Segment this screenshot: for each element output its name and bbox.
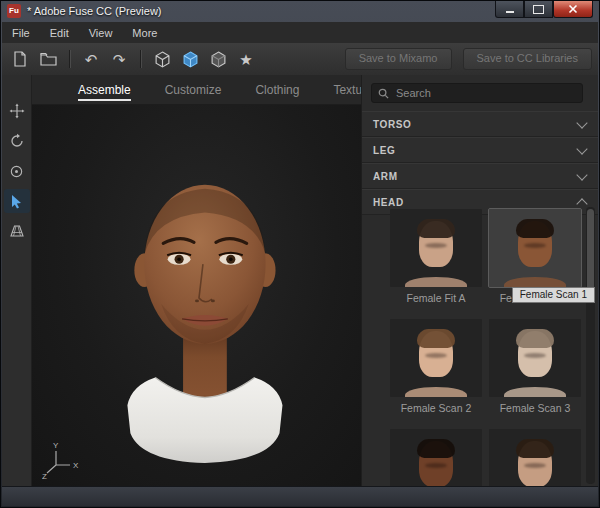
3d-viewport[interactable]: Y X Z [32, 105, 361, 487]
search-input[interactable] [394, 86, 576, 100]
app-window: Fu * Adobe Fuse CC (Preview) File Edit V… [0, 0, 600, 508]
window-title: * Adobe Fuse CC (Preview) [27, 5, 162, 17]
thumbnail-tooltip: Female Scan 1 [512, 287, 595, 303]
app-icon: Fu [7, 4, 21, 18]
tool-rail [2, 75, 32, 487]
cube-solid-icon [182, 51, 199, 68]
redo-button[interactable]: ↷ [107, 47, 131, 71]
search-box [371, 83, 583, 103]
head-thumbnail-partial[interactable] [489, 429, 581, 487]
section-arm-label: ARM [373, 171, 398, 182]
head-item [489, 429, 581, 487]
rotate-icon [9, 133, 25, 149]
tab-clothing[interactable]: Clothing [255, 83, 299, 104]
axis-x-label: X [73, 461, 79, 470]
head-item: Female Scan 2 [390, 319, 482, 419]
main-toolbar: ↶ ↷ ★ Save to Mixamo Save to [2, 43, 598, 76]
thumbnail-label: Female Scan 2 [401, 402, 472, 415]
undo-button[interactable]: ↶ [79, 47, 103, 71]
shoulders-preview [405, 387, 467, 397]
star-icon: ★ [239, 52, 252, 67]
window-controls [495, 1, 593, 18]
favorites-button[interactable]: ★ [234, 47, 258, 71]
axis-y-label: Y [53, 441, 59, 450]
cube-textured-icon [210, 51, 227, 68]
thumbnail-label: Female Fit A [407, 292, 466, 305]
scrollbar-thumb[interactable] [587, 209, 594, 295]
shoulders-preview [504, 277, 566, 287]
section-torso-label: TORSO [373, 119, 411, 130]
undo-icon: ↶ [85, 52, 98, 67]
title-bar[interactable]: Fu * Adobe Fuse CC (Preview) [1, 1, 599, 22]
minimize-button[interactable] [495, 1, 524, 18]
head-thumbnail-female-scan-1[interactable] [489, 209, 581, 287]
crosshair-icon [9, 164, 24, 179]
head-item: Female Fit A [390, 209, 482, 309]
section-leg[interactable]: LEG [362, 137, 598, 163]
close-icon [568, 4, 578, 14]
head-item: Female Scan 3 [489, 319, 581, 419]
chevron-down-icon [576, 169, 587, 180]
toolbar-divider [140, 50, 141, 68]
toolbar-divider [69, 50, 70, 68]
asset-panel: TORSO LEG ARM HEAD Female [361, 75, 598, 487]
minimize-icon [506, 11, 514, 13]
move-gizmo-tool-button[interactable] [4, 99, 30, 123]
target-tool-button[interactable] [4, 159, 30, 183]
menu-item-edit[interactable]: Edit [50, 27, 69, 39]
head-preview [518, 331, 552, 377]
chevron-down-icon [576, 143, 587, 154]
solid-mode-button[interactable] [178, 47, 202, 71]
head-preview [518, 441, 552, 487]
head-preview [419, 221, 453, 267]
head-thumbnail-partial[interactable] [390, 429, 482, 487]
close-button[interactable] [553, 1, 593, 18]
tab-customize[interactable]: Customize [165, 83, 222, 104]
status-bar [2, 486, 598, 506]
redo-icon: ↷ [113, 52, 126, 67]
head-item [390, 429, 482, 487]
head-thumbnail-grid: Female Fit A Female Scan 1 Female Scan 2 [390, 209, 580, 487]
section-torso[interactable]: TORSO [362, 111, 598, 137]
document-icon [13, 51, 27, 67]
search-icon [378, 88, 389, 99]
tab-assemble[interactable]: Assemble [78, 83, 131, 104]
section-arm[interactable]: ARM [362, 163, 598, 189]
menu-bar: File Edit View More [2, 22, 598, 44]
folder-icon [40, 52, 57, 66]
thumbnail-label: Female Scan 3 [500, 402, 571, 415]
wireframe-mode-button[interactable] [150, 47, 174, 71]
menu-item-more[interactable]: More [132, 27, 157, 39]
cursor-arrow-icon [10, 194, 23, 209]
head-thumbnail-female-fit-a[interactable] [390, 209, 482, 287]
open-file-button[interactable] [36, 47, 60, 71]
save-to-cc-libraries-button[interactable]: Save to CC Libraries [463, 48, 593, 70]
rotate-tool-button[interactable] [4, 129, 30, 153]
head-preview [419, 441, 453, 487]
maximize-icon [533, 5, 544, 14]
character-model [32, 105, 361, 487]
menu-item-view[interactable]: View [89, 27, 113, 39]
head-preview [518, 221, 552, 267]
textured-mode-button[interactable] [206, 47, 230, 71]
maximize-button[interactable] [524, 1, 553, 18]
head-thumbnail-female-scan-3[interactable] [489, 319, 581, 397]
perspective-grid-icon [9, 224, 25, 238]
save-to-mixamo-button[interactable]: Save to Mixamo [345, 48, 452, 70]
head-thumbnail-female-scan-2[interactable] [390, 319, 482, 397]
select-tool-button[interactable] [4, 189, 30, 213]
panel-scrollbar[interactable] [586, 207, 595, 484]
axis-z-label: Z [42, 472, 47, 481]
section-head-label: HEAD [373, 197, 404, 208]
cube-wireframe-icon [154, 51, 171, 68]
menu-item-file[interactable]: File [12, 27, 30, 39]
category-sections: TORSO LEG ARM HEAD [362, 111, 598, 215]
mode-tabs: Assemble Customize Clothing Texture [32, 75, 361, 105]
new-file-button[interactable] [8, 47, 32, 71]
perspective-tool-button[interactable] [4, 219, 30, 243]
shoulders-preview [504, 387, 566, 397]
shoulders-preview [405, 277, 467, 287]
chevron-down-icon [576, 117, 587, 128]
head-preview [419, 331, 453, 377]
axis-gizmo: Y X Z [42, 439, 82, 481]
